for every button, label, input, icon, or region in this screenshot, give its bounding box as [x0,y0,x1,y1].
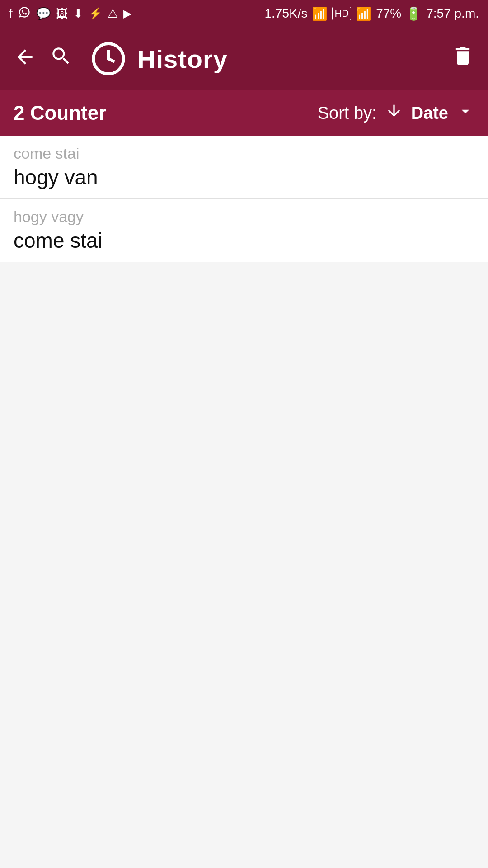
play-icon: ▶ [123,7,131,20]
warning-icon: ⚠ [108,7,118,21]
whatsapp-icon [18,6,31,22]
history-item-source: hogy vagy [14,208,474,226]
clock-status: 7:57 p.m. [426,6,479,21]
empty-area [0,262,488,850]
sort-date-label: Date [411,104,448,123]
history-item-source: come stai [14,145,474,162]
history-item-translation: come stai [14,228,474,253]
battery-icon: 🔋 [406,6,422,21]
download-icon: ⬇ [73,7,83,21]
status-bar: f 💬 🖼 ⬇ ⚡ ⚠ ▶ 1.75K/s 📶 HD 📶 77% 🔋 7:57 … [0,0,488,27]
history-item-translation: hogy van [14,165,474,189]
sort-arrow-icon [385,102,403,124]
history-item[interactable]: hogy vagycome stai [0,199,488,262]
app-bar-center: History [90,41,451,77]
counter-label: 2 Counter [14,102,318,124]
back-button[interactable] [14,46,36,72]
page-title: History [137,44,228,74]
delete-button[interactable] [451,44,474,73]
usb-icon: ⚡ [89,7,102,20]
image-icon: 🖼 [56,7,68,21]
history-clock-icon [90,41,127,77]
sort-section[interactable]: Sort by: Date [318,102,474,124]
facebook-icon: f [9,6,13,21]
battery-percent: 77% [376,6,401,21]
history-list: come staihogy vanhogy vagycome stai [0,136,488,262]
status-right: 1.75K/s 📶 HD 📶 77% 🔋 7:57 p.m. [264,6,479,21]
sort-by-label: Sort by: [318,104,377,123]
sub-header: 2 Counter Sort by: Date [0,90,488,136]
status-left: f 💬 🖼 ⬇ ⚡ ⚠ ▶ [9,6,131,22]
search-button[interactable] [50,45,72,73]
wifi-icon: 📶 [312,6,328,21]
network-speed: 1.75K/s [264,6,307,21]
app-bar: History [0,27,488,90]
signal-icon: 📶 [356,6,371,21]
history-item[interactable]: come staihogy van [0,136,488,199]
message-icon: 💬 [36,7,51,21]
hd-badge: HD [332,7,351,20]
dropdown-arrow-icon[interactable] [456,102,474,124]
